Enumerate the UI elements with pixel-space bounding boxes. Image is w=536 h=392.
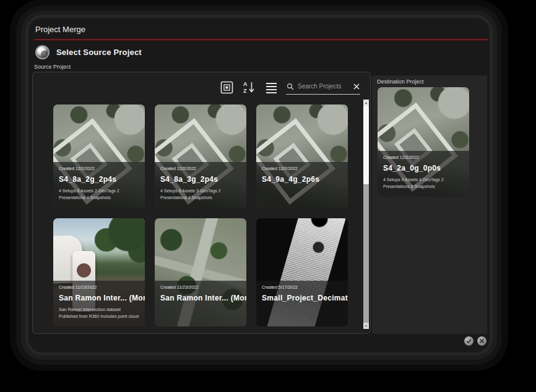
source-toolbar: A Z [219, 79, 360, 95]
scroll-up-icon[interactable]: ▲ [363, 100, 369, 106]
project-description: 4 Setups 9 Assets 4 GeoTags 2 Presentati… [383, 177, 464, 190]
dialog-actions [464, 336, 486, 346]
list-view-icon[interactable] [264, 80, 279, 95]
project-created-date: Created 5/17/2022 [262, 285, 342, 289]
project-info-overlay: Created 5/17/2022Small_Project_Decimated [256, 281, 348, 326]
cancel-x-icon [479, 338, 485, 344]
search-box[interactable] [286, 80, 360, 95]
svg-text:A: A [243, 81, 248, 87]
project-created-date: Created 12/2/2022 [262, 166, 342, 171]
project-title: San Ramon Inter... (More) [59, 294, 139, 302]
accent-divider [34, 39, 488, 40]
project-card[interactable]: Created 12/2/2022S4_8a_3g_2p4s4 Setups 8… [155, 104, 246, 208]
project-card[interactable]: Created 5/17/2022Small_Project_Decimated [256, 218, 348, 326]
project-info-overlay: Created 12/2/2022S4_2a_0g_0p0s4 Setups 9… [378, 151, 469, 197]
destination-panel-label: Destination Project [377, 79, 424, 85]
sort-az-icon[interactable]: A Z [241, 80, 256, 95]
project-title: S4_2a_0g_0p0s [383, 164, 464, 173]
sphere-icon [35, 45, 50, 59]
project-created-date: Created 12/2/2022 [160, 166, 241, 171]
project-created-date: Created 11/23/2022 [59, 285, 139, 289]
vertical-scrollbar[interactable]: ▲ ▼ [363, 100, 369, 329]
project-created-date: Created 12/2/2022 [59, 166, 139, 171]
step-header: Select Source Project [35, 45, 142, 59]
project-created-date: Created 11/23/2022 [160, 285, 241, 289]
project-title: S4_8a_2g_2p4s [59, 175, 139, 184]
project-title: San Ramon Inter... (More) [160, 294, 241, 302]
source-project-panel: A Z [32, 72, 371, 334]
search-input[interactable] [296, 82, 351, 90]
project-merge-dialog: Project Merge Select Source Project Sour… [28, 18, 490, 352]
source-project-grid: Created 12/2/2022S4_8a_2g_2p4s4 Setups 8… [53, 104, 348, 326]
project-created-date: Created 12/2/2022 [383, 155, 464, 160]
project-info-overlay: Created 12/2/2022S4_8a_3g_2p4s4 Setups 8… [155, 162, 246, 208]
cancel-button[interactable] [477, 336, 486, 346]
project-card[interactable]: Created 11/23/2022San Ramon Inter... (Mo… [155, 218, 246, 326]
svg-text:Z: Z [243, 88, 247, 94]
project-card[interactable]: Created 12/2/2022S4_8a_2g_2p4s4 Setups 8… [53, 104, 145, 208]
scrollbar-thumb[interactable] [363, 106, 369, 184]
dialog-title: Project Merge [35, 25, 85, 34]
scrollbar-track[interactable] [363, 184, 369, 323]
project-description: San Ramon Intersection dataset Published… [59, 307, 139, 320]
frame-select-icon[interactable] [219, 80, 234, 95]
search-icon [287, 83, 294, 90]
project-title: S4_9a_4g_2p6s [262, 175, 342, 184]
project-info-overlay: Created 11/23/2022San Ramon Inter... (Mo… [155, 281, 246, 326]
project-title: Small_Project_Decimated [262, 294, 342, 302]
destination-project-panel: Destination Project Created 12/2/2022S4_… [372, 75, 487, 334]
project-card[interactable]: Created 12/2/2022S4_9a_4g_2p6s [256, 104, 348, 208]
project-info-overlay: Created 12/2/2022S4_8a_2g_2p4s4 Setups 8… [53, 162, 145, 208]
confirm-button[interactable] [464, 336, 473, 346]
project-info-overlay: Created 12/2/2022S4_9a_4g_2p6s [256, 162, 348, 208]
project-card[interactable]: Created 12/2/2022S4_2a_0g_0p0s4 Setups 9… [378, 87, 469, 197]
step-label: Select Source Project [56, 48, 142, 57]
project-description: 4 Setups 8 Assets 3 GeoTags 2 Presentati… [160, 188, 241, 202]
project-description: 4 Setups 8 Assets 2 GeoTags 2 Presentati… [59, 188, 139, 202]
destination-card-slot: Created 12/2/2022S4_2a_0g_0p0s4 Setups 9… [378, 87, 469, 197]
project-title: S4_8a_3g_2p4s [160, 175, 241, 184]
project-card[interactable]: Created 11/23/2022San Ramon Inter... (Mo… [53, 218, 145, 326]
scroll-down-icon[interactable]: ▼ [363, 323, 369, 329]
source-panel-label: Source Project [34, 64, 71, 70]
confirm-check-icon [466, 338, 472, 344]
project-info-overlay: Created 11/23/2022San Ramon Inter... (Mo… [53, 281, 145, 326]
clear-x-icon[interactable] [353, 83, 360, 90]
